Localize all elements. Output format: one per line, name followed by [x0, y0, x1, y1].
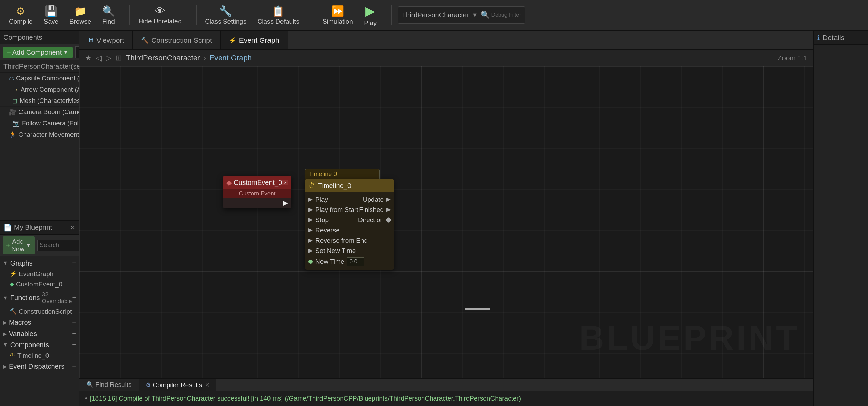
- toolbar-hide-group: 👁 Hide Unrelated: [133, 3, 187, 27]
- breadcrumb-class[interactable]: ThirdPersonCharacter: [126, 54, 200, 63]
- bp-section-variables[interactable]: ▶ Variables +: [0, 328, 79, 339]
- custom-event-subtitle: Custom Event: [223, 189, 291, 198]
- compile-button[interactable]: ⚙ Compile: [3, 3, 38, 27]
- bp-section-macros[interactable]: ▶ Macros +: [0, 317, 79, 328]
- bp-dispatchers-add-button[interactable]: +: [72, 363, 76, 370]
- tab-viewport[interactable]: 🖥 Viewport: [79, 31, 133, 49]
- timeline-update-right: Update: [363, 196, 391, 203]
- timeline-direction-label: Direction: [358, 216, 384, 224]
- timeline-finished-label: Finished: [359, 206, 384, 214]
- capsule-icon: ⬭: [9, 75, 14, 82]
- custom-event-out-exec-pin: [283, 201, 288, 206]
- bottom-panel: 🔍 Find Results ⚙ Compiler Results ✕ • [1…: [79, 378, 813, 406]
- bp-macros-label: Macros: [9, 319, 31, 326]
- timeline-newtime-input[interactable]: [347, 257, 364, 266]
- save-button[interactable]: 💾 Save: [38, 3, 64, 27]
- bp-functions-label-group: ▼ Functions 32 Overridable: [3, 291, 72, 305]
- component-label-char-movement: Character Movement (CharMoveComp) (Inher…: [18, 131, 79, 138]
- find-button[interactable]: 🔍 Find: [96, 3, 120, 27]
- breadcrumb-back-icon[interactable]: ◁: [96, 54, 102, 63]
- compiler-results-close-icon[interactable]: ✕: [205, 382, 209, 388]
- bp-variables-add-button[interactable]: +: [72, 330, 76, 338]
- timeline-stop-left: Stop: [308, 216, 329, 224]
- blueprint-canvas[interactable]: ◆ CustomEvent_0 × Custom Event Timeline …: [79, 66, 813, 378]
- timeline-setnewtime-in-pin: [308, 249, 313, 253]
- tab-construction-script[interactable]: 🔨 Construction Script: [133, 31, 220, 49]
- compiler-results-tab-icon: ⚙: [146, 381, 151, 389]
- my-blueprint-icon: 📄: [3, 224, 12, 232]
- component-item-arrow[interactable]: → Arrow Component (Arrow) (Inherited): [0, 84, 79, 95]
- bp-item-event-graph-label: EventGraph: [19, 270, 53, 278]
- timeline-setnewtime-label: Set New Time: [315, 247, 356, 255]
- breadcrumb-forward-icon[interactable]: ▷: [106, 54, 111, 63]
- component-label-mesh: Mesh (CharacterMesh0) (Inherited): [19, 97, 79, 105]
- toolbar-separator-1: [129, 5, 130, 25]
- bp-functions-label: Functions: [10, 294, 40, 302]
- construction-tab-label: Construction Script: [151, 36, 212, 44]
- component-list: ⬭ Capsule Component (CollisionCylinder) …: [0, 73, 79, 220]
- custom-event-close-button[interactable]: ×: [282, 180, 288, 185]
- arrow-icon: →: [12, 86, 18, 93]
- breadcrumb-grid-icon: ⊞: [116, 54, 122, 63]
- bp-dispatchers-arrow-icon: ▶: [3, 363, 7, 370]
- component-item-follow-camera[interactable]: 📷 Follow Camera (FollowCamera) (Inherite…: [0, 118, 79, 129]
- bp-graphs-arrow-icon: ▼: [3, 260, 8, 266]
- timeline-newtime-label: New Time: [315, 258, 344, 266]
- tab-find-results[interactable]: 🔍 Find Results: [79, 379, 139, 391]
- tab-compiler-results[interactable]: ⚙ Compiler Results ✕: [139, 379, 217, 391]
- simulation-button[interactable]: ⏩ Simulation: [317, 3, 358, 27]
- timeline-direction-right: Direction: [358, 216, 391, 224]
- add-new-button[interactable]: + Add New ▼: [3, 236, 35, 254]
- my-blueprint-close-button[interactable]: ✕: [70, 224, 75, 231]
- hide-label: Hide Unrelated: [138, 17, 182, 25]
- debug-search-icon[interactable]: 🔍: [481, 11, 490, 19]
- bp-section-components[interactable]: ▼ Components +: [0, 339, 79, 351]
- timeline-play-in-pin: [308, 198, 313, 202]
- bp-section-event-dispatchers[interactable]: ▶ Event Dispatchers +: [0, 361, 79, 372]
- construction-tab-icon: 🔨: [141, 37, 148, 44]
- bp-graphs-add-button[interactable]: +: [72, 259, 76, 267]
- bp-item-timeline-0[interactable]: ⏱ Timeline_0: [0, 351, 79, 361]
- toolbar-separator-2: [196, 5, 197, 25]
- my-blueprint-toolbar: + Add New ▼ 🔍 👁 ⚙: [0, 235, 79, 256]
- component-item-mesh[interactable]: ◻ Mesh (CharacterMesh0) (Inherited): [0, 95, 79, 107]
- browse-button[interactable]: 📁 Browse: [64, 3, 96, 27]
- bp-section-graphs[interactable]: ▼ Graphs +: [0, 258, 79, 269]
- bp-macros-add-button[interactable]: +: [72, 319, 76, 326]
- bp-item-custom-event[interactable]: ◆ CustomEvent_0: [0, 279, 79, 289]
- bp-components-add-button[interactable]: +: [72, 341, 76, 349]
- custom-event-node[interactable]: ◆ CustomEvent_0 × Custom Event: [223, 176, 291, 208]
- play-button[interactable]: ▶ Play: [358, 1, 382, 29]
- bp-item-construction-script[interactable]: 🔨 ConstructionScript: [0, 307, 79, 317]
- component-item-capsule[interactable]: ⬭ Capsule Component (CollisionCylinder) …: [0, 73, 79, 84]
- tab-event-graph[interactable]: ⚡ Event Graph: [221, 31, 288, 49]
- add-new-dropdown-icon: ▼: [26, 242, 31, 248]
- bp-functions-add-button[interactable]: +: [72, 294, 76, 302]
- browse-icon: 📁: [74, 5, 87, 17]
- add-component-button[interactable]: + Add Component ▼: [3, 47, 73, 58]
- timeline-play-left: Play: [308, 196, 328, 203]
- bp-section-functions[interactable]: ▼ Functions 32 Overridable +: [0, 289, 79, 307]
- class-settings-button[interactable]: 🔧 Class Settings: [199, 3, 252, 27]
- class-defaults-button[interactable]: 📋 Class Defaults: [252, 3, 305, 27]
- bp-components-arrow-icon: ▼: [3, 342, 8, 348]
- breadcrumb-graph[interactable]: Event Graph: [209, 54, 252, 63]
- timeline-node[interactable]: ⏱ Timeline_0 Play Update: [305, 179, 394, 270]
- breadcrumb-star-icon[interactable]: ★: [85, 54, 92, 63]
- timeline-reversefromend-label: Reverse from End: [315, 237, 368, 244]
- toolbar-play-group: ⏩ Simulation ▶ Play: [317, 1, 382, 29]
- timeline-reverse-in-pin: [308, 228, 313, 232]
- custom-event-header-left: ◆ CustomEvent_0: [226, 178, 282, 187]
- hide-unrelated-button[interactable]: 👁 Hide Unrelated: [133, 3, 187, 27]
- timeline-node-title: Timeline_0: [318, 182, 351, 190]
- component-item-char-movement[interactable]: 🏃 Character Movement (CharMoveComp) (Inh…: [0, 129, 79, 140]
- timeline-node-body: Play Update Play from Start: [305, 192, 394, 270]
- timeline-reverse-left: Reverse: [308, 227, 340, 234]
- component-item-camera-boom[interactable]: 🎥 Camera Boom (CameraBoom) (Inherited): [0, 107, 79, 118]
- timeline-row-play-from-start: Play from Start Finished: [305, 205, 394, 215]
- timeline-playfromstart-in-pin: [308, 208, 313, 212]
- timeline-row-play: Play Update: [305, 194, 394, 205]
- toolbar-class-group: 🔧 Class Settings 📋 Class Defaults: [199, 3, 305, 27]
- debug-filter-area: ThirdPersonCharacter ▼ 🔍 Debug Filter: [398, 6, 525, 24]
- bp-item-event-graph[interactable]: ⚡ EventGraph: [0, 269, 79, 279]
